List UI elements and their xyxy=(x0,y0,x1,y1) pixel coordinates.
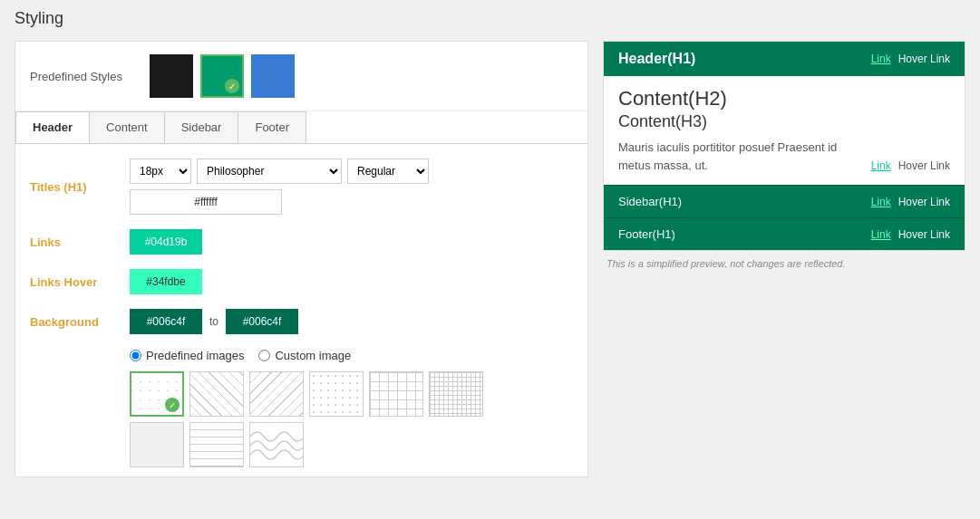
swatch-black[interactable] xyxy=(150,54,193,98)
form-section: Titles (H1) 18px 14px 16px 20px Philosop… xyxy=(15,144,587,476)
titles-label: Titles (H1) xyxy=(30,180,130,194)
background-label: Background xyxy=(30,315,130,329)
predefined-styles-label: Predefined Styles xyxy=(30,70,139,83)
bg-color-from-button[interactable]: #006c4f xyxy=(130,309,202,334)
pattern-x-check: ✓ xyxy=(165,398,180,412)
links-hover-controls: #34fdbe xyxy=(130,269,202,294)
pattern-x[interactable]: ✓ xyxy=(130,371,184,417)
preview-content-link[interactable]: Link xyxy=(871,158,891,174)
pattern-horiz[interactable] xyxy=(189,422,244,467)
background-row: Background #006c4f to #006c4f xyxy=(30,309,573,334)
radio-row: Predefined images Custom image xyxy=(130,349,573,362)
pattern-smallgrid[interactable] xyxy=(429,371,483,417)
preview-header: Header(H1) Link Hover Link xyxy=(604,42,965,76)
preview-sidebar-hover-link[interactable]: Hover Link xyxy=(898,196,950,208)
radio-predefined[interactable]: Predefined images xyxy=(130,349,244,362)
pattern-diag2[interactable] xyxy=(249,371,304,417)
radio-predefined-input[interactable] xyxy=(130,350,141,361)
preview-header-title: Header(H1) xyxy=(618,51,695,67)
radio-custom[interactable]: Custom image xyxy=(258,349,351,362)
pattern-wave[interactable] xyxy=(249,422,304,467)
tab-footer[interactable]: Footer xyxy=(238,111,306,143)
tab-sidebar[interactable]: Sidebar xyxy=(164,111,239,143)
right-panel: Header(H1) Link Hover Link Content(H2) C… xyxy=(603,41,965,269)
links-hover-color-button[interactable]: #34fdbe xyxy=(130,269,202,294)
bg-color-to-button[interactable]: #006c4f xyxy=(226,309,298,334)
titles-size-select[interactable]: 18px 14px 16px 20px xyxy=(130,159,191,184)
swatch-blue[interactable] xyxy=(251,54,295,98)
links-controls: #04d19b xyxy=(130,229,202,255)
tab-content[interactable]: Content xyxy=(89,111,165,143)
radio-predefined-label: Predefined images xyxy=(146,349,244,362)
links-hover-label: Links Hover xyxy=(30,275,130,289)
radio-custom-label: Custom image xyxy=(275,349,351,362)
preview-sidebar-links: Link Hover Link xyxy=(871,196,950,208)
tab-header[interactable]: Header xyxy=(15,111,90,143)
links-label: Links xyxy=(30,235,130,249)
preview-body-text: Mauris iaculis portititor posuef Praesen… xyxy=(618,139,864,174)
pattern-diag1[interactable] xyxy=(189,371,244,417)
swatch-green-check: ✓ xyxy=(225,79,239,93)
preview-footer: Footer(H1) Link Hover Link xyxy=(604,217,965,250)
preview-sidebar: Sidebar(H1) Link Hover Link xyxy=(604,185,965,217)
preview-content: Content(H2) Content(H3) Mauris iaculis p… xyxy=(604,76,965,185)
links-color-button[interactable]: #04d19b xyxy=(130,229,202,255)
links-hover-row: Links Hover #34fdbe xyxy=(30,269,573,294)
page-title: Styling xyxy=(15,9,965,28)
patterns-grid-row2 xyxy=(130,422,573,467)
radio-custom-input[interactable] xyxy=(258,350,270,361)
preview-sidebar-title: Sidebar(H1) xyxy=(618,195,682,208)
main-layout: Predefined Styles ✓ Header Content Sideb… xyxy=(15,41,965,477)
swatch-green[interactable]: ✓ xyxy=(200,54,244,98)
bg-to-label: to xyxy=(208,315,220,328)
preview-h3: Content(H3) xyxy=(618,112,950,131)
links-row: Links #04d19b xyxy=(30,229,573,255)
preview-sidebar-link[interactable]: Link xyxy=(871,196,891,208)
patterns-grid: ✓ xyxy=(130,371,573,417)
preview-footer-title: Footer(H1) xyxy=(618,227,675,241)
preview-body: Mauris iaculis portititor posuef Praesen… xyxy=(618,139,950,174)
preview-header-links: Link Hover Link xyxy=(871,53,950,65)
preview-footer-hover-link[interactable]: Hover Link xyxy=(898,228,950,241)
preview-h2: Content(H2) xyxy=(618,87,950,111)
preview-header-hover-link[interactable]: Hover Link xyxy=(898,53,950,65)
preview-header-link[interactable]: Link xyxy=(871,53,891,65)
left-panel: Predefined Styles ✓ Header Content Sideb… xyxy=(15,41,588,477)
titles-weight-select[interactable]: Regular Bold Light xyxy=(347,159,429,184)
preview-content-links: Link Hover Link xyxy=(871,158,950,174)
page-wrapper: Styling Predefined Styles ✓ Header Conte… xyxy=(0,0,980,519)
titles-row: Titles (H1) 18px 14px 16px 20px Philosop… xyxy=(30,159,573,215)
titles-color-input[interactable] xyxy=(130,189,282,215)
titles-controls: 18px 14px 16px 20px Philosopher Arial Ge… xyxy=(130,159,573,215)
preview-footer-links: Link Hover Link xyxy=(871,228,950,241)
preview-content-hover-link[interactable]: Hover Link xyxy=(898,158,950,174)
predefined-styles-row: Predefined Styles ✓ xyxy=(15,42,587,111)
preview-container: Header(H1) Link Hover Link Content(H2) C… xyxy=(603,41,965,251)
style-swatches: ✓ xyxy=(150,54,295,98)
bg-image-section: Predefined images Custom image ✓ xyxy=(30,349,573,467)
titles-font-select[interactable]: Philosopher Arial Georgia xyxy=(197,159,342,184)
pattern-blank[interactable] xyxy=(130,422,184,467)
background-controls: #006c4f to #006c4f xyxy=(130,309,298,334)
pattern-grid[interactable] xyxy=(369,371,423,417)
pattern-dots[interactable] xyxy=(309,371,364,417)
preview-note: This is a simplified preview, not change… xyxy=(603,258,965,269)
preview-footer-link[interactable]: Link xyxy=(871,228,891,241)
tabs-row: Header Content Sidebar Footer xyxy=(15,111,587,144)
